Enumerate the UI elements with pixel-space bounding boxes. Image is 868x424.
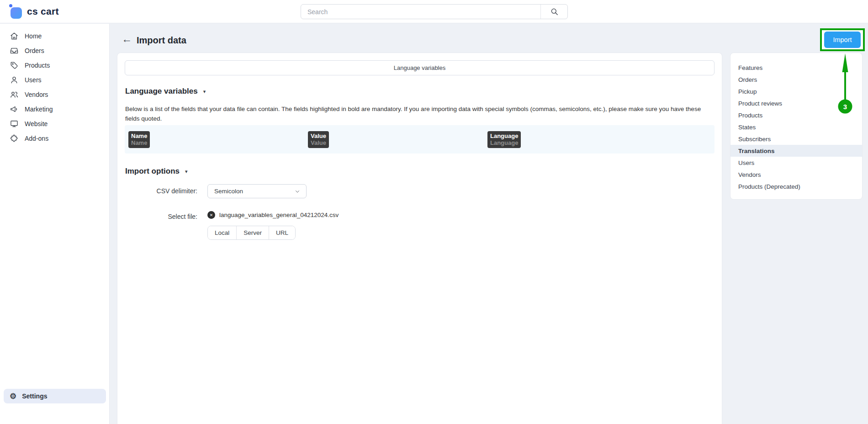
sidebar-item-label: Website	[25, 120, 48, 127]
url-button[interactable]: URL	[269, 226, 295, 239]
preset-item-vendors[interactable]: Vendors	[730, 169, 862, 180]
sidebar-item-label: Marketing	[25, 106, 53, 113]
section-title: Language variables	[125, 87, 198, 96]
sidebar-item-label: Add-ons	[25, 135, 48, 142]
search-icon	[550, 7, 559, 16]
megaphone-icon	[10, 105, 19, 114]
remove-file-icon[interactable]: ✕	[207, 211, 215, 219]
selected-file-row: ✕ language_variables_general_04212024.cs…	[207, 211, 339, 219]
home-icon	[10, 32, 19, 41]
app-window: cs cart ? 2 AA	[0, 0, 868, 424]
local-button[interactable]: Local	[208, 226, 236, 239]
fields-strip: Name Name Value Value Language Language	[125, 125, 715, 154]
server-button[interactable]: Server	[236, 226, 269, 239]
left-sidebar: Home Orders Products Users	[0, 24, 110, 424]
section-language-variables-header[interactable]: Language variables ▾	[125, 87, 206, 96]
sidebar-item-products[interactable]: Products	[0, 58, 109, 73]
sidebar-item-marketing[interactable]: Marketing	[0, 102, 109, 117]
logo-text: cs cart	[27, 6, 59, 17]
field-name: Name	[131, 132, 147, 139]
select-file-label: Select file:	[117, 213, 197, 220]
cs-cart-logo[interactable]: cs cart	[9, 4, 59, 19]
sidebar-item-label: Users	[25, 76, 42, 84]
tab-language-variables[interactable]: Language variables	[125, 60, 715, 75]
vendors-icon	[10, 90, 19, 99]
annotation-highlight-box: Import	[820, 28, 865, 51]
field-sub: Name	[131, 139, 147, 146]
selected-file-name: language_variables_general_04212024.csv	[219, 212, 339, 218]
chevron-down-icon	[294, 188, 301, 195]
sidebar-item-orders[interactable]: Orders	[0, 43, 109, 58]
field-column: Name Name	[125, 131, 304, 148]
orders-icon	[10, 46, 19, 55]
field-sub: Language	[490, 139, 518, 146]
preset-item-products-deprecated[interactable]: Products (Deprecated)	[730, 180, 862, 192]
sidebar-item-label: Vendors	[25, 91, 48, 98]
search-button[interactable]	[540, 5, 567, 19]
logo-square	[11, 7, 22, 19]
page-title: Import data	[137, 35, 186, 46]
chevron-down-icon: ▾	[203, 89, 206, 95]
import-data-panel: Language variables Language variables ▾ …	[117, 53, 722, 424]
section-title: Import options	[125, 167, 180, 176]
sidebar-item-vendors[interactable]: Vendors	[0, 87, 109, 102]
csv-delimiter-select[interactable]: Semicolon	[207, 184, 307, 198]
import-button[interactable]: Import	[824, 32, 861, 48]
sidebar-item-home[interactable]: Home	[0, 29, 109, 43]
sidebar-item-label: Home	[25, 32, 42, 40]
preset-item-translations[interactable]: Translations	[730, 145, 862, 157]
top-bar: cs cart ? 2 AA	[0, 0, 868, 23]
field-name: Value	[311, 132, 326, 139]
field-column: Value Value	[304, 131, 484, 148]
cs-cart-logo-icon	[9, 4, 23, 19]
sidebar-item-users[interactable]: Users	[0, 73, 109, 87]
main-nav: Home Orders Products Users	[0, 24, 109, 146]
tab-label: Language variables	[394, 64, 445, 71]
csv-delimiter-label: CSV delimiter:	[117, 187, 197, 195]
chevron-down-icon: ▾	[185, 169, 188, 175]
field-sub: Value	[311, 139, 326, 146]
csv-delimiter-value: Semicolon	[214, 188, 294, 195]
annotation-step-number: 3	[843, 103, 847, 111]
sidebar-item-website[interactable]: Website	[0, 117, 109, 131]
sidebar-item-label: Products	[25, 62, 50, 69]
gear-icon: ⚙	[10, 392, 16, 400]
field-badge-name: Name Name	[128, 131, 150, 148]
section-import-options-header[interactable]: Import options ▾	[125, 167, 188, 176]
field-name: Language	[490, 132, 518, 139]
tag-icon	[10, 61, 19, 70]
preset-item-states[interactable]: States	[730, 121, 862, 133]
file-source-buttons: Local Server URL	[207, 226, 296, 240]
annotation-arrow: 3	[836, 52, 854, 118]
logo-dot	[9, 4, 12, 7]
monitor-icon	[10, 119, 19, 128]
search-input[interactable]	[301, 5, 540, 19]
back-arrow-icon[interactable]: ←	[122, 34, 132, 44]
field-column: Language Language	[484, 131, 663, 148]
field-badge-value: Value Value	[308, 131, 329, 148]
fields-description: Below is a list of the fields that your …	[125, 104, 712, 123]
sidebar-item-label: Orders	[25, 47, 44, 54]
sidebar-item-settings[interactable]: ⚙ Settings	[4, 389, 106, 403]
sidebar-item-label: Settings	[22, 392, 47, 400]
global-search	[301, 4, 568, 19]
user-icon	[10, 75, 19, 85]
puzzle-icon	[10, 134, 19, 143]
sidebar-item-addons[interactable]: Add-ons	[0, 131, 109, 146]
preset-item-subscribers[interactable]: Subscribers	[730, 133, 862, 145]
preset-item-users[interactable]: Users	[730, 157, 862, 169]
field-badge-language: Language Language	[487, 131, 521, 148]
